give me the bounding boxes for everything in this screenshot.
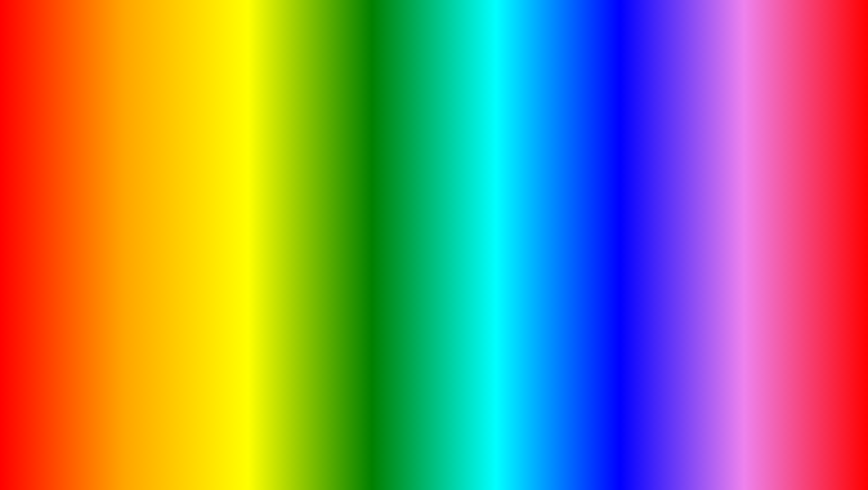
collect-chest-row: Collect Chest from Treasure Island <box>116 197 255 202</box>
panel-right-titlebar: HoHo Hub - Blox Fruit Gen 3 | update 20 <box>516 122 743 132</box>
shark-tooth-name: Shark Tooth <box>39 262 80 267</box>
white-screen-label: White Screen <box>575 186 602 191</box>
attack-ghost-cb[interactable] <box>116 186 121 191</box>
auto-join-dropdown[interactable]: Auto Join Team: Pirate ♡ ▼ <box>568 172 741 179</box>
lock-camera-checkbox-left[interactable] <box>73 134 78 138</box>
config-label: Config Farm Distance When Farming Terror… <box>116 169 255 173</box>
sidebar-hop-farming-r[interactable]: Hop Farming <box>516 203 565 211</box>
no-clip-label: No Clip <box>575 198 590 203</box>
distance-y-val: 194/200 <box>568 256 741 260</box>
main-title: BLOX FRUITS <box>154 4 714 94</box>
auto-join-label: Auto Join Team: Pirate ♡ <box>570 173 621 178</box>
progress-fill-1 <box>568 149 677 152</box>
white-screen-cb[interactable] <box>568 186 573 191</box>
progress-bar-y <box>568 251 741 254</box>
panel-left: HoHo Hub - Blox Fruit Gen 3 | update 20 … <box>70 121 259 303</box>
panel-left-body: ing Farm Config nts Terrorsh... & Ra... … <box>71 140 258 302</box>
view-hitbox-row: View Hitbox <box>568 222 741 227</box>
sidebar-auto-farm[interactable]: Auto Farm <box>516 188 565 196</box>
auto-anchor-cb[interactable] <box>116 203 121 208</box>
attack-levithan-label: Attack Levithan (must spawned) <box>123 209 187 214</box>
attack-fishes-cb[interactable] <box>116 180 121 185</box>
sidebar-farm-config-r[interactable]: Farm Config <box>516 165 565 173</box>
script-label: SCRIPT <box>291 430 423 472</box>
tween-levithan-btn[interactable]: Tween to Levithan Gate (must spawned, so… <box>116 233 255 241</box>
attack-terrorshark-cb[interactable] <box>116 174 121 179</box>
attack-terrorshark-row: Attack Terrorshark (Boss) <box>116 174 255 179</box>
panel-right-title: HoHo Hub - Blox Fruit Gen 3 | update 20 <box>527 124 629 130</box>
attack-terrorshark-label: Attack Terrorshark (Boss) <box>123 174 174 179</box>
auto-sail-row: Auto Sail In Rough Sea <box>116 162 255 167</box>
talk-to-spy-btn[interactable]: Talk To Spy (NPC spawn frozen island) <box>116 215 255 223</box>
auto-click-label: Auto Click <box>575 180 595 185</box>
attack-levithan-cb[interactable] <box>116 209 121 214</box>
sidebar-misc[interactable]: ►Misc <box>516 211 565 218</box>
auto-ally-label: Auto Ally @everyone <box>575 209 617 214</box>
title-container: BLOX FRUITS <box>0 9 868 90</box>
sidebar-setting[interactable]: Setting <box>516 241 565 249</box>
sidebar-mod[interactable]: ►Mod <box>516 234 565 241</box>
attack-fishes-row: Attack Fishes (Crew/Shark/Piranha) <box>116 180 255 185</box>
supper-fast-cb[interactable] <box>568 159 573 164</box>
progress-bar-x <box>568 235 741 238</box>
auto-ally-cb[interactable] <box>568 209 573 214</box>
panel-left-content: Rough Sea Remove Enviroments Effect Auto… <box>113 140 258 302</box>
sidebar-about[interactable]: About <box>516 142 565 150</box>
logo-bottom-right: 💀 BLOX FRUITS <box>741 428 841 477</box>
remove-heavy-label: Remove Heavy Effect <box>575 192 618 197</box>
mutant-tooth-icon: 🦷 <box>738 251 791 268</box>
attack-ghost-label: Attack Ghost Boats <box>123 186 161 191</box>
lock-camera-checkbox-right[interactable] <box>519 134 523 138</box>
auto-sail-label: Auto Sail In Rough Sea <box>123 162 170 167</box>
logo-br-line2: FRUITS <box>741 456 841 477</box>
auto-click-row: Auto Click <box>568 180 741 185</box>
distance-x-val: 0/30 <box>568 240 741 244</box>
material-x5-type: Material <box>39 149 80 154</box>
electric-wing-count: x19 <box>738 143 791 149</box>
panel-right-content: Super Fast Attack Delay (recommend 6) 19… <box>565 140 743 302</box>
no-stun-cb[interactable] <box>568 204 573 209</box>
auto-click-cb[interactable] <box>568 180 573 185</box>
mutant-tooth-type: Material <box>738 244 791 249</box>
panel-right-body: About Debug ▼Farming Farm Config Points … <box>516 140 743 302</box>
panel-right: HoHo Hub - Blox Fruit Gen 3 | update 20 … <box>515 121 744 303</box>
sidebar-points[interactable]: Points <box>516 173 565 180</box>
no-stun-label: No Stun <box>575 204 591 209</box>
no-clip-cb[interactable] <box>568 198 573 203</box>
progress-bar-1 <box>568 149 741 152</box>
attack-sea-label: Attack Sea Beasts <box>123 192 160 196</box>
auto-ally-row: Auto Ally @everyone <box>568 209 741 214</box>
material-x5-card: x5 Material 👁️ <box>36 139 83 178</box>
collect-chest-label: Collect Chest from Treasure Island <box>123 197 192 202</box>
remove-heavy-cb[interactable] <box>568 192 573 197</box>
distance-x-label: Distance From X <box>568 229 741 234</box>
sidebar-player[interactable]: ►Player <box>516 226 565 234</box>
character-display <box>371 90 497 351</box>
progress-fill-y <box>568 251 735 254</box>
sidebar-debug[interactable]: Debug <box>516 150 565 157</box>
collect-chest-cb[interactable] <box>116 197 121 202</box>
electric-wing-icon: ⚡ <box>738 156 791 174</box>
super-fast-label: Super Fast Attack Delay (recommend 6) <box>568 143 741 148</box>
update-label: UPDATE <box>27 422 209 473</box>
misc-config2-label: Misc Config 2 <box>568 166 741 171</box>
attack-sea-cb[interactable] <box>116 192 121 196</box>
electric-wing-type: Material <box>738 149 791 155</box>
attack-sea-row: Attack Sea Beasts <box>116 192 255 196</box>
remove-env-btn[interactable]: Remove Enviroments Effect <box>116 153 255 160</box>
view-hitbox-cb[interactable] <box>568 222 573 227</box>
logo-br-line1: BLOX <box>772 428 841 456</box>
tween-frozen-btn[interactable]: Tween to Frozen Island (must spawned) <box>116 224 255 232</box>
sidebar-webhook[interactable]: Webhook & Ram <box>516 180 565 188</box>
sidebar-raid[interactable]: ►Raid <box>516 218 565 226</box>
sidebar-shop[interactable]: Shop <box>516 196 565 203</box>
electric-wing-card: x19 Material ⚡ Electric Wing <box>735 139 794 184</box>
auto-sail-checkbox[interactable] <box>116 162 121 167</box>
material-x5-count: x5 <box>39 143 80 149</box>
progress-label-1: 19/30 <box>568 154 741 158</box>
panel-right-sidebar: About Debug ▼Farming Farm Config Points … <box>516 140 565 302</box>
stop-tween-btn[interactable]: Stop Tween <box>116 242 255 249</box>
supper-fast-label: Supper Fast Attack Only Deal DMG to M <box>575 159 656 164</box>
lock-camera-label-right: Lock Camera <box>525 134 552 138</box>
sidebar-farming[interactable]: ▼Farming <box>516 157 565 165</box>
